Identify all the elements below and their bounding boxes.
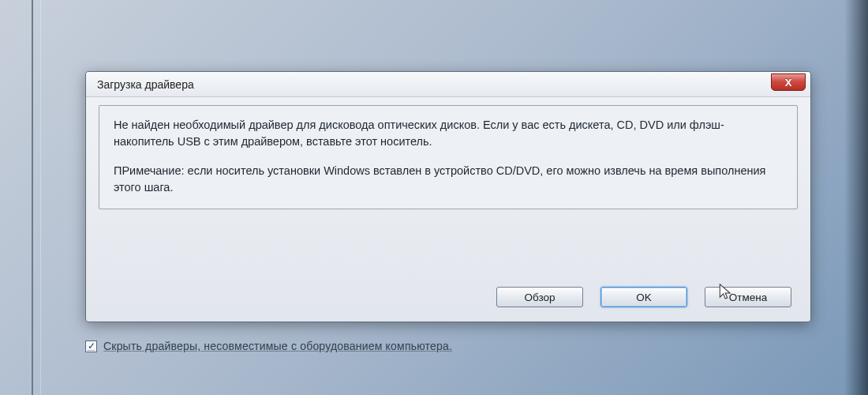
parent-panel-edge <box>32 0 41 395</box>
driver-load-dialog: Загрузка драйвера X Не найден необходимы… <box>85 71 811 322</box>
hide-incompatible-label[interactable]: Скрыть драйверы, несовместимые с оборудо… <box>103 340 452 352</box>
dialog-message-1: Не найден необходимый драйвер для дисков… <box>114 117 783 150</box>
hide-incompatible-checkbox[interactable]: ✓ <box>85 340 97 352</box>
screen-bezel <box>844 0 868 395</box>
dialog-title: Загрузка драйвера <box>97 78 194 91</box>
browse-button[interactable]: Обзор <box>496 287 583 307</box>
close-icon: X <box>785 77 792 88</box>
close-button[interactable]: X <box>771 73 806 91</box>
cancel-button[interactable]: Отмена <box>705 287 791 307</box>
ok-button[interactable]: OK <box>600 287 687 307</box>
dialog-button-row: Обзор OK Отмена <box>496 287 791 307</box>
hide-incompatible-row: ✓ Скрыть драйверы, несовместимые с обору… <box>85 340 452 352</box>
dialog-message-panel: Не найден необходимый драйвер для дисков… <box>99 105 798 209</box>
dialog-message-2: ПРимечание: если носитель установки Wind… <box>114 163 783 196</box>
dialog-titlebar: Загрузка драйвера X <box>86 72 810 97</box>
